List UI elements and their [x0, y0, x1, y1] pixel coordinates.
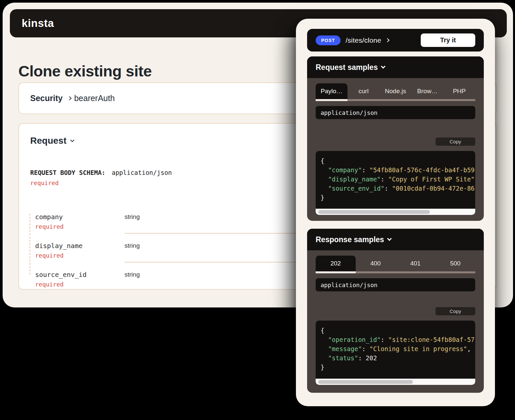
copy-button[interactable]: Copy	[436, 307, 475, 315]
code-line: }	[321, 193, 475, 202]
tab-nodejs[interactable]: Node.js	[379, 83, 411, 99]
response-samples-heading: Response samples	[316, 235, 384, 244]
inactive-tab-track	[356, 271, 476, 273]
security-label: Security	[30, 94, 63, 103]
page-title: Clone existing site	[18, 62, 152, 80]
tab-php[interactable]: PHP	[443, 83, 475, 99]
schema-label: REQUEST BODY SCHEMA:	[30, 169, 105, 176]
code-line: "source_env_id": "0010cdaf-0b94-472e-86	[321, 184, 475, 193]
tab-500[interactable]: 500	[436, 256, 476, 271]
chevron-down-icon	[381, 64, 386, 69]
request-samples-header[interactable]: Request samples	[307, 56, 484, 78]
active-tab-indicator	[316, 271, 356, 273]
scrollbar-thumb[interactable]	[318, 210, 430, 214]
param-type: string	[124, 213, 140, 220]
param-type: string	[124, 242, 140, 249]
code-line: "operation_id": "site:clone-54fb80af-57	[321, 335, 475, 344]
response-samples-tabs: 202400401500	[316, 256, 475, 271]
request-code-block: { "company": "54fb80af-576c-4fdc-ba4f-b5…	[316, 151, 475, 215]
response-json-code: { "operation_id": "site:clone-54fb80af-5…	[316, 321, 475, 372]
request-samples-body: Paylo…curlNode.jsBrow…PHP application/js…	[307, 78, 484, 215]
tab-underline	[316, 99, 475, 101]
param-type: string	[124, 271, 140, 278]
response-code-block: { "operation_id": "site:clone-54fb80af-5…	[316, 321, 475, 385]
security-scheme-value: bearerAuth	[74, 94, 115, 103]
horizontal-scrollbar[interactable]	[316, 379, 475, 385]
code-line: "company": "54fb80af-576c-4fdc-ba4f-b59	[321, 165, 475, 175]
active-tab-indicator	[316, 99, 347, 101]
request-heading: Request	[30, 136, 66, 146]
content-type-bar: application/json	[316, 278, 475, 291]
tab-401[interactable]: 401	[395, 256, 436, 271]
tab-underline	[316, 271, 475, 273]
code-samples-panel: POST /sites/clone Try it Request samples…	[296, 19, 495, 406]
request-samples-heading: Request samples	[316, 63, 378, 72]
tab-202[interactable]: 202	[316, 256, 356, 271]
tab-curl[interactable]: curl	[347, 83, 379, 99]
code-line: {	[321, 326, 475, 335]
code-line: "status": 202	[321, 353, 475, 363]
kinsta-logo: kinsta	[22, 17, 54, 30]
chevron-down-icon	[387, 236, 392, 241]
code-line: }	[321, 363, 475, 372]
copy-row: Copy	[316, 307, 475, 315]
inactive-tab-track	[347, 99, 475, 101]
http-method-badge: POST	[316, 35, 341, 45]
content-type-bar: application/json	[316, 106, 475, 119]
tab-400[interactable]: 400	[356, 256, 396, 271]
horizontal-scrollbar[interactable]	[316, 209, 475, 215]
response-samples-header[interactable]: Response samples	[307, 229, 484, 250]
code-line: {	[321, 156, 475, 165]
code-line: "display_name": "Copy of First WP Site"	[321, 175, 475, 184]
chevron-right-icon	[67, 96, 72, 100]
code-line: "message": "Cloning site in progress",	[321, 344, 475, 353]
chevron-right-icon	[385, 38, 390, 42]
copy-row: Copy	[316, 137, 475, 146]
request-json-code: { "company": "54fb80af-576c-4fdc-ba4f-b5…	[316, 151, 475, 202]
endpoint-path: /sites/clone	[346, 36, 381, 44]
tab-brow[interactable]: Brow…	[412, 83, 443, 99]
tab-paylo[interactable]: Paylo…	[316, 83, 347, 99]
scrollbar-thumb[interactable]	[318, 380, 413, 384]
endpoint-bar[interactable]: POST /sites/clone Try it	[307, 29, 484, 52]
try-it-button[interactable]: Try it	[421, 33, 475, 47]
copy-button[interactable]: Copy	[436, 137, 475, 146]
api-docs-page: { "main": { "brand": "kinsta", "title": …	[0, 0, 515, 420]
response-samples-section: Response samples 202400401500 applicatio…	[307, 229, 484, 393]
chevron-down-icon	[70, 138, 75, 142]
schema-content-type: application/json	[112, 169, 172, 176]
request-samples-section: Request samples Paylo…curlNode.jsBrow…PH…	[307, 56, 484, 221]
response-samples-body: 202400401500 application/json Copy { "op…	[307, 250, 484, 385]
request-samples-tabs: Paylo…curlNode.jsBrow…PHP	[316, 83, 475, 99]
